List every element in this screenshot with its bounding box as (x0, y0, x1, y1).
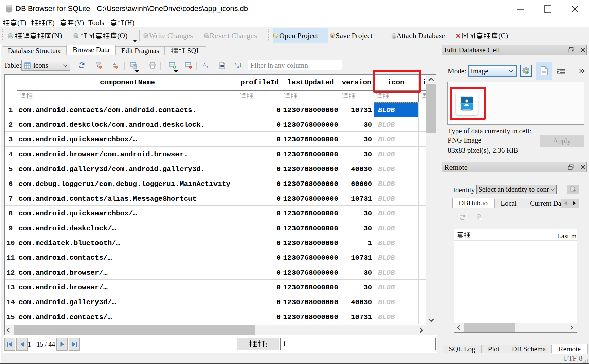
svg-text:a: a (237, 64, 239, 69)
svg-text:b: b (235, 62, 237, 66)
svg-text:A: A (205, 64, 209, 69)
